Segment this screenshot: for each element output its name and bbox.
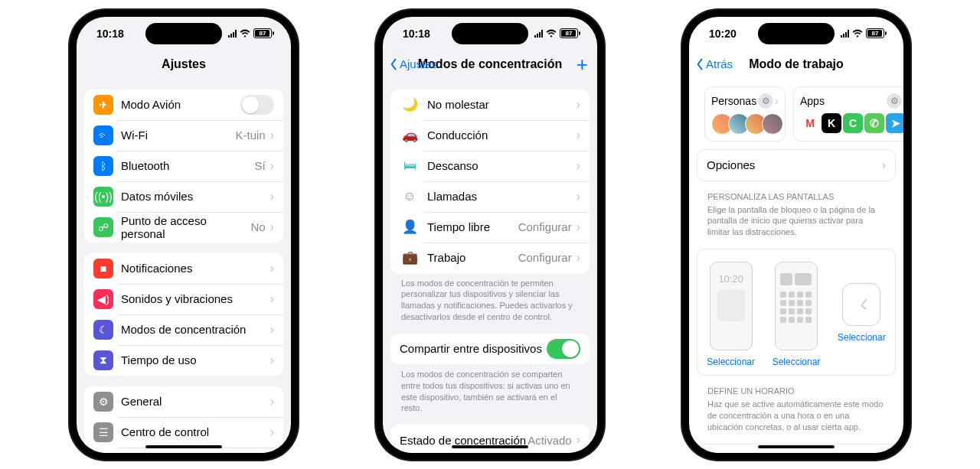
battery-icon: 87 — [560, 28, 580, 38]
focus-mode-icon: 🌙 — [400, 95, 420, 115]
gear-icon[interactable]: ⚙ — [887, 93, 902, 109]
add-button[interactable]: + — [577, 54, 588, 74]
row-label: Bluetooth — [121, 159, 254, 172]
row-detail: K-tuin — [235, 129, 265, 142]
back-button[interactable]: Atrás — [695, 57, 733, 70]
share-devices-row[interactable]: Compartir entre dispositivos — [390, 334, 590, 364]
watch-face-option[interactable]: Seleccionar — [838, 262, 886, 367]
chevron-right-icon: › — [270, 190, 274, 204]
chevron-right-icon: › — [577, 159, 580, 173]
hourglass-icon: ⧗ — [93, 350, 113, 370]
settings-row-punto-de-acceso-personal[interactable]: ☍Punto de acceso personalNo› — [84, 212, 283, 243]
bt-icon: ᛒ — [93, 156, 113, 176]
home-screen-option[interactable]: Seleccionar — [773, 262, 821, 367]
focus-list[interactable]: 🌙No molestar›🚗Conducción›🛏Descanso›☺Llam… — [383, 79, 597, 453]
row-label: Centro de control — [121, 425, 270, 438]
focus-status-row[interactable]: Estado de concentración Activado › — [390, 425, 590, 452]
footer-text: Los modos de concentración se comparten … — [390, 364, 590, 414]
airplane-icon: ✈ — [93, 95, 113, 115]
nav-bar: Ajustes Modos de concentración + — [383, 50, 597, 79]
chevron-right-icon: › — [577, 220, 580, 234]
row-label: Wi-Fi — [121, 129, 235, 142]
moon-icon: ☾ — [93, 320, 113, 340]
cell-signal-icon — [228, 30, 237, 37]
chevron-right-icon: › — [577, 98, 580, 112]
share-toggle[interactable] — [547, 339, 580, 359]
home-indicator[interactable] — [145, 445, 222, 448]
allowed-people-card[interactable]: Personas⚙› — [704, 86, 786, 142]
settings-row-modo-avión[interactable]: ✈Modo Avión — [84, 90, 283, 120]
home-indicator[interactable] — [758, 445, 835, 448]
cell-signal-icon — [841, 30, 849, 37]
allowed-apps-card[interactable]: Apps⚙› MKC✆➤ — [793, 86, 903, 142]
home-screen-preview — [775, 262, 818, 350]
settings-row-botón-de-acción[interactable]: ◉Botón de acción› — [84, 448, 283, 453]
chevron-right-icon: › — [270, 159, 274, 173]
chevron-right-icon: › — [270, 220, 274, 234]
row-label: Datos móviles — [121, 190, 270, 203]
row-detail: Configurar — [518, 251, 572, 264]
row-detail: Configurar — [518, 220, 572, 233]
row-detail: No — [250, 220, 265, 233]
settings-row-modos-de-concentración[interactable]: ☾Modos de concentración› — [84, 314, 283, 345]
focus-mode-row[interactable]: 🛏Descanso› — [390, 151, 590, 181]
speaker-icon: ◀) — [93, 289, 113, 309]
phone-focus-modes: 10:18 87 Ajustes Modos de concentración … — [375, 9, 605, 461]
settings-list[interactable]: ✈Modo AviónᯤWi-FiK-tuin›ᛒBluetoothSí›((•… — [77, 79, 291, 453]
back-button[interactable]: Ajustes — [389, 57, 437, 70]
settings-row-wi-fi[interactable]: ᯤWi-FiK-tuin› — [84, 120, 283, 151]
app-icon: ➤ — [886, 113, 903, 133]
focus-mode-row[interactable]: 🚗Conducción› — [390, 120, 590, 151]
settings-row-tiempo-de-uso[interactable]: ⧗Tiempo de uso› — [84, 345, 283, 376]
work-mode-content[interactable]: Personas⚙› Apps⚙› MKC✆➤ Opciones › — [689, 79, 903, 453]
wifi-icon: ᯤ — [93, 125, 113, 145]
row-label: Notificaciones — [121, 262, 270, 275]
focus-mode-row[interactable]: 👤Tiempo libreConfigurar› — [390, 212, 590, 243]
toggle[interactable] — [240, 95, 274, 115]
settings-row-notificaciones[interactable]: ■Notificaciones› — [84, 253, 283, 284]
home-indicator[interactable] — [452, 445, 528, 448]
row-label: Tiempo libre — [427, 220, 518, 233]
status-bar: 10:20 87 — [689, 17, 903, 50]
nav-bar: Ajustes — [77, 50, 291, 79]
switches-icon: ☰ — [93, 422, 113, 442]
select-button[interactable]: Seleccionar — [707, 357, 755, 367]
chevron-right-icon: › — [270, 129, 274, 142]
chevron-right-icon: › — [270, 395, 274, 409]
focus-mode-icon: ☺ — [400, 187, 420, 207]
lock-screen-option[interactable]: 10:20 Seleccionar — [707, 262, 755, 367]
clock: 10:20 — [709, 28, 737, 40]
focus-mode-row[interactable]: 💼TrabajoConfigurar› — [390, 243, 590, 273]
settings-row-sonidos-y-vibraciones[interactable]: ◀)Sonidos y vibraciones› — [84, 284, 283, 314]
settings-row-centro-de-control[interactable]: ☰Centro de control› — [84, 417, 283, 448]
row-label: Descanso — [427, 159, 577, 172]
select-button[interactable]: Seleccionar — [838, 332, 886, 343]
clock: 10:18 — [96, 28, 124, 40]
lock-screen-preview: 10:20 — [710, 262, 753, 350]
select-button[interactable]: Seleccionar — [773, 357, 821, 367]
gear-icon: ⚙ — [93, 392, 113, 412]
section-header: PERSONALIZA LAS PANTALLAS — [697, 181, 896, 204]
focus-mode-row[interactable]: 🌙No molestar› — [390, 90, 590, 120]
people-avatars — [711, 113, 779, 135]
row-label: Trabajo — [427, 251, 518, 264]
options-row[interactable]: Opciones › — [697, 150, 895, 181]
gear-icon[interactable]: ⚙ — [758, 93, 773, 109]
status-bar: 10:18 87 — [383, 17, 597, 50]
section-description: Elige la pantalla de bloqueo o la página… — [697, 204, 896, 239]
settings-row-datos-móviles[interactable]: ((•))Datos móviles› — [84, 181, 283, 212]
settings-row-bluetooth[interactable]: ᛒBluetoothSí› — [84, 151, 283, 181]
row-label: Punto de acceso personal — [121, 214, 250, 240]
focus-mode-row[interactable]: ☺Llamadas› — [390, 181, 590, 212]
footer-text: Los modos de concentración te permiten p… — [390, 273, 590, 323]
row-label: General — [121, 395, 270, 408]
chevron-right-icon: › — [270, 292, 274, 306]
page-title: Ajustes — [162, 57, 206, 71]
chevron-right-icon: › — [577, 190, 580, 204]
status-bar: 10:18 87 — [77, 17, 291, 50]
row-label: Modos de concentración — [121, 323, 270, 336]
row-label: Tiempo de uso — [121, 353, 270, 366]
settings-row-general[interactable]: ⚙General› — [84, 386, 283, 417]
chevron-right-icon: › — [577, 251, 580, 265]
hotspot-icon: ☍ — [93, 217, 113, 237]
